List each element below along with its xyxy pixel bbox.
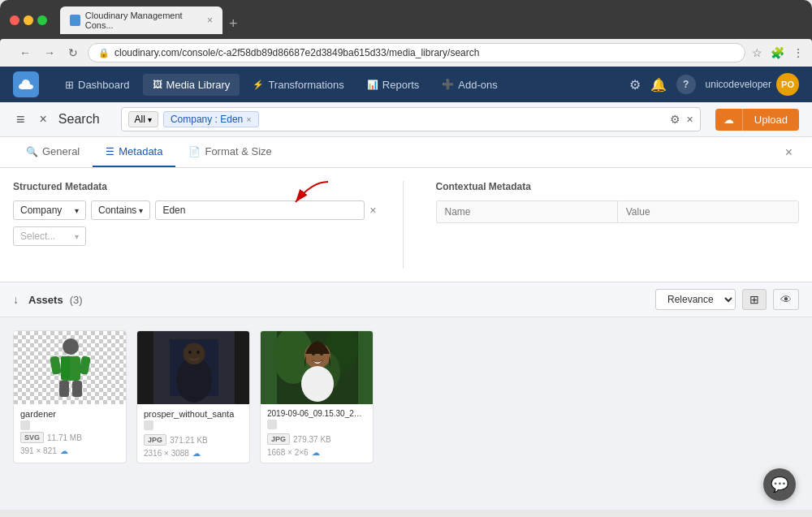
- metadata-add-select[interactable]: Select... ▾: [13, 226, 86, 246]
- tab-format-size[interactable]: 📄 Format & Size: [175, 137, 284, 167]
- filter-all-dropdown[interactable]: All ▾: [128, 111, 158, 127]
- asset-card-woman[interactable]: 2019-09-06_09.15.30_2_q1capu JPG 279.37 …: [260, 330, 374, 463]
- nav-media-library[interactable]: 🖼 Media Library: [143, 74, 240, 96]
- tab-favicon: [70, 15, 80, 26]
- svg-rect-7: [79, 355, 91, 375]
- user-section[interactable]: unicodeveloper PO: [706, 73, 799, 96]
- contextual-value-input[interactable]: [617, 200, 799, 223]
- asset-info-gardener: gardener SVG 11.71 MB 391 × 821 ☁: [14, 404, 126, 460]
- addons-icon: ➕: [442, 79, 454, 90]
- back-button[interactable]: ←: [16, 45, 34, 61]
- panel-divider: [403, 181, 404, 269]
- asset-type-gardener: SVG: [20, 432, 44, 443]
- bookmark-icon[interactable]: ☆: [752, 46, 762, 59]
- asset-size-woman: 279.37 KB: [293, 435, 331, 444]
- new-tab-button[interactable]: +: [229, 16, 238, 31]
- metadata-value-input[interactable]: [155, 200, 365, 220]
- asset-cloud-woman: ☁: [312, 448, 320, 457]
- reports-icon: 📊: [367, 80, 378, 90]
- main-nav: ⊞ Dashboard 🖼 Media Library ⚡ Transforma…: [55, 74, 613, 96]
- nav-reports[interactable]: 📊 Reports: [357, 74, 430, 96]
- tab-close-icon[interactable]: ×: [207, 15, 213, 26]
- svg-rect-4: [59, 381, 69, 397]
- metadata-operator-select[interactable]: Contains ▾: [91, 200, 150, 220]
- tab-general[interactable]: 🔍 General: [13, 137, 93, 167]
- forward-button[interactable]: →: [41, 45, 58, 61]
- svg-point-13: [188, 351, 192, 354]
- reload-button[interactable]: ↻: [65, 45, 81, 61]
- asset-thumb-woman: [261, 331, 374, 404]
- assets-area: ↓ Assets (3) Relevance Date Name Size ⊞ …: [0, 282, 812, 510]
- asset-card-gardener[interactable]: gardener SVG 11.71 MB 391 × 821 ☁: [13, 330, 127, 463]
- asset-checkbox-woman: [267, 420, 277, 429]
- settings-button[interactable]: ⚙: [629, 77, 641, 93]
- filter-bar-icons: ⚙ ×: [670, 113, 693, 126]
- list-view-button[interactable]: 👁: [773, 289, 799, 310]
- asset-info-prosper: prosper_without_santa JPG 371.21 KB 2316…: [137, 404, 249, 463]
- help-button[interactable]: ?: [676, 75, 696, 94]
- upload-icon-button[interactable]: ☁: [715, 109, 743, 131]
- asset-card-prosper[interactable]: prosper_without_santa JPG 371.21 KB 2316…: [136, 330, 250, 463]
- asset-dims-prosper: 2316 × 3088: [144, 449, 189, 458]
- woman-thumbnail: [261, 331, 374, 404]
- grid-view-button[interactable]: ⊞: [742, 289, 767, 310]
- asset-thumb-prosper: [137, 331, 250, 404]
- svg-rect-5: [72, 381, 82, 397]
- svg-point-21: [312, 352, 315, 355]
- filter-input[interactable]: [264, 114, 665, 125]
- browser-menu-icon[interactable]: ⋮: [793, 46, 804, 59]
- contextual-name-input[interactable]: [436, 200, 617, 223]
- tab-metadata[interactable]: ☰ Metadata: [93, 137, 175, 167]
- sort-direction-button[interactable]: ↓: [13, 293, 19, 306]
- sort-select[interactable]: Relevance Date Name Size: [655, 289, 736, 310]
- close-traffic-light[interactable]: [10, 15, 19, 25]
- assets-toolbar: ↓ Assets (3) Relevance Date Name Size ⊞ …: [0, 282, 812, 317]
- search-panel-body: Structured Metadata: [0, 168, 812, 282]
- extensions-icon[interactable]: 🧩: [771, 46, 784, 59]
- svg-point-22: [320, 352, 323, 355]
- asset-size-prosper: 371.21 KB: [170, 436, 208, 445]
- media-library-icon: 🖼: [153, 79, 162, 90]
- address-text: cloudinary.com/console/c-a2f58db89d86687…: [114, 47, 735, 58]
- toolbar-close-button[interactable]: ×: [37, 109, 50, 130]
- filter-bar[interactable]: All ▾ Company : Eden × ⚙ ×: [121, 107, 701, 131]
- asset-name-gardener: gardener: [20, 409, 119, 419]
- panel-close-button[interactable]: ×: [779, 139, 799, 166]
- address-bar[interactable]: 🔒 cloudinary.com/console/c-a2f58db89d866…: [88, 43, 745, 62]
- maximize-traffic-light[interactable]: [37, 15, 47, 25]
- asset-type-woman: JPG: [267, 433, 290, 445]
- assets-grid: gardener SVG 11.71 MB 391 × 821 ☁: [0, 317, 812, 476]
- username-text: unicodeveloper: [706, 79, 771, 90]
- assets-toolbar-right: Relevance Date Name Size ⊞ 👁: [655, 289, 799, 310]
- chat-widget[interactable]: 💬: [763, 468, 796, 501]
- filter-settings-icon[interactable]: ⚙: [670, 113, 680, 126]
- assets-title: Assets: [28, 294, 63, 306]
- browser-tab[interactable]: Cloudinary Management Cons... ×: [60, 6, 222, 34]
- asset-info-woman: 2019-09-06_09.15.30_2_q1capu JPG 279.37 …: [261, 404, 373, 462]
- svg-point-12: [184, 343, 205, 364]
- hamburger-menu-button[interactable]: ≡: [13, 108, 28, 131]
- minimize-traffic-light[interactable]: [24, 15, 33, 25]
- search-toolbar: ≡ × Search All ▾ Company : Eden × ⚙ × ☁ …: [0, 102, 812, 137]
- metadata-field-select[interactable]: Company ▾: [13, 200, 86, 220]
- asset-checkbox-gardener: [20, 420, 30, 430]
- nav-addons[interactable]: ➕ Add-ons: [432, 74, 507, 96]
- filter-bar-clear-icon[interactable]: ×: [687, 113, 693, 126]
- asset-dims-woman: 1668 × 2×6: [267, 448, 309, 457]
- nav-dashboard[interactable]: ⊞ Dashboard: [55, 74, 140, 96]
- nav-transformations[interactable]: ⚡ Transformations: [243, 74, 353, 96]
- asset-name-woman: 2019-09-06_09.15.30_2_q1capu: [267, 409, 366, 418]
- metadata-clear-button[interactable]: ×: [369, 204, 376, 217]
- transformations-icon: ⚡: [253, 80, 264, 90]
- app-logo: [13, 71, 39, 97]
- metadata-tab-icon: ☰: [106, 146, 114, 157]
- tab-title: Cloudinary Management Cons...: [85, 11, 202, 30]
- filter-tag-close-icon[interactable]: ×: [246, 114, 251, 124]
- upload-label-button[interactable]: Upload: [743, 109, 799, 131]
- format-size-tab-icon: 📄: [188, 146, 201, 157]
- asset-size-gardener: 11.71 MB: [47, 433, 82, 442]
- top-navigation: ⊞ Dashboard 🖼 Media Library ⚡ Transforma…: [0, 67, 812, 102]
- metadata-row-1: Company ▾ Contains ▾ ×: [13, 200, 377, 220]
- notifications-button[interactable]: 🔔: [650, 77, 667, 93]
- upload-button-group[interactable]: ☁ Upload: [715, 109, 799, 131]
